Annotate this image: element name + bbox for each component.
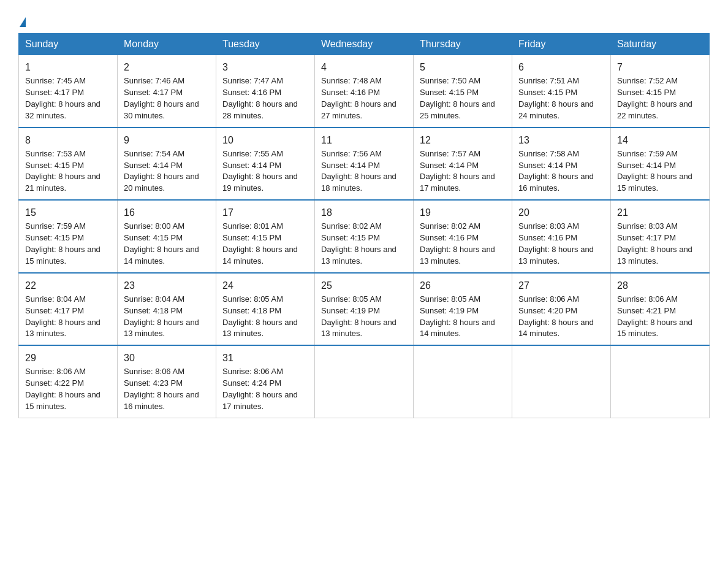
calendar-cell <box>315 345 414 418</box>
day-number: 15 <box>25 205 111 220</box>
sunset-text: Sunset: 4:18 PM <box>124 306 183 315</box>
sunset-text: Sunset: 4:15 PM <box>321 233 380 242</box>
day-number: 25 <box>321 278 407 293</box>
day-number: 31 <box>222 351 308 365</box>
calendar-cell: 26Sunrise: 8:05 AMSunset: 4:19 PMDayligh… <box>414 273 512 346</box>
sunset-text: Sunset: 4:15 PM <box>420 88 479 97</box>
daylight-text: Daylight: 8 hours and 30 minutes. <box>124 99 199 120</box>
calendar-cell: 10Sunrise: 7:55 AMSunset: 4:14 PMDayligh… <box>216 128 315 201</box>
sunrise-text: Sunrise: 7:51 AM <box>518 76 579 85</box>
sunrise-text: Sunrise: 8:06 AM <box>518 294 579 304</box>
daylight-text: Daylight: 8 hours and 21 minutes. <box>25 172 100 193</box>
day-number: 16 <box>124 205 210 220</box>
daylight-text: Daylight: 8 hours and 24 minutes. <box>518 99 594 120</box>
sunrise-text: Sunrise: 8:06 AM <box>25 367 86 376</box>
calendar-cell: 22Sunrise: 8:04 AMSunset: 4:17 PMDayligh… <box>19 273 118 346</box>
header-row: SundayMondayTuesdayWednesdayThursdayFrid… <box>19 34 710 55</box>
daylight-text: Daylight: 8 hours and 13 minutes. <box>420 245 495 266</box>
calendar-cell: 18Sunrise: 8:02 AMSunset: 4:15 PMDayligh… <box>315 200 414 273</box>
sunrise-text: Sunrise: 7:58 AM <box>518 149 579 158</box>
day-number: 10 <box>222 133 308 147</box>
day-number: 18 <box>321 205 407 220</box>
calendar-cell: 29Sunrise: 8:06 AMSunset: 4:22 PMDayligh… <box>19 345 118 418</box>
sunset-text: Sunset: 4:22 PM <box>25 378 84 388</box>
sunset-text: Sunset: 4:15 PM <box>617 88 676 97</box>
daylight-text: Daylight: 8 hours and 16 minutes. <box>124 390 199 411</box>
daylight-text: Daylight: 8 hours and 13 minutes. <box>617 245 692 266</box>
day-number: 22 <box>25 278 111 293</box>
sunrise-text: Sunrise: 8:06 AM <box>124 367 184 376</box>
day-number: 13 <box>518 133 604 147</box>
calendar-cell: 14Sunrise: 7:59 AMSunset: 4:14 PMDayligh… <box>611 128 710 201</box>
sunset-text: Sunset: 4:21 PM <box>617 306 676 315</box>
calendar-week-2: 8Sunrise: 7:53 AMSunset: 4:15 PMDaylight… <box>19 128 710 201</box>
calendar-week-5: 29Sunrise: 8:06 AMSunset: 4:22 PMDayligh… <box>19 345 710 418</box>
sunset-text: Sunset: 4:15 PM <box>222 233 281 242</box>
sunset-text: Sunset: 4:15 PM <box>25 233 84 242</box>
sunset-text: Sunset: 4:17 PM <box>25 306 84 315</box>
daylight-text: Daylight: 8 hours and 14 minutes. <box>518 318 594 339</box>
daylight-text: Daylight: 8 hours and 13 minutes. <box>222 318 298 339</box>
sunrise-text: Sunrise: 7:55 AM <box>222 149 283 158</box>
col-header-saturday: Saturday <box>611 34 710 55</box>
daylight-text: Daylight: 8 hours and 17 minutes. <box>420 172 495 193</box>
calendar-cell: 19Sunrise: 8:02 AMSunset: 4:16 PMDayligh… <box>414 200 512 273</box>
day-number: 28 <box>617 278 703 293</box>
sunset-text: Sunset: 4:16 PM <box>222 88 281 97</box>
calendar-cell: 30Sunrise: 8:06 AMSunset: 4:23 PMDayligh… <box>118 345 216 418</box>
day-number: 11 <box>321 133 407 147</box>
calendar-cell: 8Sunrise: 7:53 AMSunset: 4:15 PMDaylight… <box>19 128 118 201</box>
sunrise-text: Sunrise: 7:48 AM <box>321 76 382 85</box>
daylight-text: Daylight: 8 hours and 17 minutes. <box>222 390 298 411</box>
daylight-text: Daylight: 8 hours and 15 minutes. <box>25 390 100 411</box>
sunrise-text: Sunrise: 8:05 AM <box>321 294 382 304</box>
day-number: 14 <box>617 133 703 147</box>
day-number: 3 <box>222 60 308 74</box>
sunset-text: Sunset: 4:14 PM <box>518 161 577 170</box>
sunset-text: Sunset: 4:17 PM <box>25 88 84 97</box>
col-header-wednesday: Wednesday <box>315 34 414 55</box>
daylight-text: Daylight: 8 hours and 25 minutes. <box>420 99 495 120</box>
calendar-cell: 17Sunrise: 8:01 AMSunset: 4:15 PMDayligh… <box>216 200 315 273</box>
calendar-cell: 3Sunrise: 7:47 AMSunset: 4:16 PMDaylight… <box>216 55 315 128</box>
col-header-sunday: Sunday <box>19 34 118 55</box>
daylight-text: Daylight: 8 hours and 14 minutes. <box>124 245 199 266</box>
sunset-text: Sunset: 4:17 PM <box>617 233 676 242</box>
daylight-text: Daylight: 8 hours and 28 minutes. <box>222 99 298 120</box>
calendar-cell: 6Sunrise: 7:51 AMSunset: 4:15 PMDaylight… <box>512 55 611 128</box>
daylight-text: Daylight: 8 hours and 13 minutes. <box>321 318 396 339</box>
day-number: 27 <box>518 278 604 293</box>
daylight-text: Daylight: 8 hours and 13 minutes. <box>518 245 594 266</box>
calendar-cell: 9Sunrise: 7:54 AMSunset: 4:14 PMDaylight… <box>118 128 216 201</box>
sunset-text: Sunset: 4:16 PM <box>518 233 577 242</box>
calendar-cell: 4Sunrise: 7:48 AMSunset: 4:16 PMDaylight… <box>315 55 414 128</box>
day-number: 7 <box>617 60 703 74</box>
daylight-text: Daylight: 8 hours and 14 minutes. <box>420 318 495 339</box>
day-number: 9 <box>124 133 210 147</box>
sunset-text: Sunset: 4:19 PM <box>321 306 380 315</box>
daylight-text: Daylight: 8 hours and 13 minutes. <box>25 318 100 339</box>
sunrise-text: Sunrise: 8:06 AM <box>617 294 678 304</box>
daylight-text: Daylight: 8 hours and 20 minutes. <box>124 172 199 193</box>
calendar-cell: 15Sunrise: 7:59 AMSunset: 4:15 PMDayligh… <box>19 200 118 273</box>
sunset-text: Sunset: 4:23 PM <box>124 378 183 388</box>
day-number: 8 <box>25 133 111 147</box>
calendar-cell: 7Sunrise: 7:52 AMSunset: 4:15 PMDaylight… <box>611 55 710 128</box>
day-number: 4 <box>321 60 407 74</box>
logo <box>18 15 27 25</box>
sunrise-text: Sunrise: 7:50 AM <box>420 76 480 85</box>
col-header-monday: Monday <box>118 34 216 55</box>
day-number: 30 <box>124 351 210 365</box>
daylight-text: Daylight: 8 hours and 15 minutes. <box>617 318 692 339</box>
sunrise-text: Sunrise: 8:05 AM <box>420 294 480 304</box>
calendar-cell: 16Sunrise: 8:00 AMSunset: 4:15 PMDayligh… <box>118 200 216 273</box>
day-number: 1 <box>25 60 111 74</box>
calendar-cell: 12Sunrise: 7:57 AMSunset: 4:14 PMDayligh… <box>414 128 512 201</box>
calendar-cell <box>414 345 512 418</box>
day-number: 6 <box>518 60 604 74</box>
daylight-text: Daylight: 8 hours and 19 minutes. <box>222 172 298 193</box>
day-number: 26 <box>420 278 506 293</box>
sunset-text: Sunset: 4:18 PM <box>222 306 281 315</box>
sunset-text: Sunset: 4:19 PM <box>420 306 479 315</box>
day-number: 17 <box>222 205 308 220</box>
